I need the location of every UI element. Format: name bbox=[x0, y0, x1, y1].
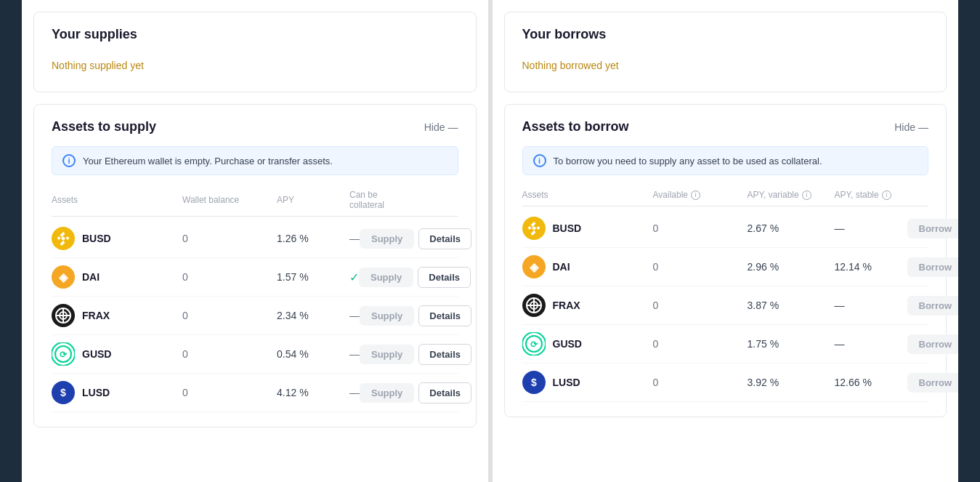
collateral-dash: — bbox=[349, 387, 360, 398]
supply-info-banner: i Your Ethereum wallet is empty. Purchas… bbox=[52, 146, 458, 175]
right-dark-strip bbox=[958, 0, 980, 482]
asset-name: LUSD bbox=[82, 387, 110, 398]
apy-variable-value: 3.87 % bbox=[748, 300, 835, 311]
svg-text:⟳: ⟳ bbox=[60, 350, 68, 360]
asset-name: FRAX bbox=[82, 310, 110, 321]
supply-actions: Supply Details bbox=[360, 305, 476, 326]
supply-actions: Supply Details bbox=[359, 267, 475, 288]
col-apy-stable: APY, stable i bbox=[835, 190, 907, 200]
borrow-row: FRAX 0 3.87 % — Borrow Details bbox=[522, 286, 929, 325]
supply-actions: Supply Details bbox=[360, 382, 476, 403]
your-supplies-title: Your supplies bbox=[52, 27, 458, 42]
supply-row: FRAX 0 2.34 % — Supply Details bbox=[52, 297, 458, 335]
collateral-indicator: — bbox=[349, 386, 360, 399]
borrow-actions: Borrow Details bbox=[907, 218, 959, 239]
col-b-assets: Assets bbox=[522, 190, 653, 200]
assets-to-borrow-section: Assets to borrow Hide — i To borrow you … bbox=[504, 104, 947, 417]
frax-icon bbox=[522, 294, 546, 317]
borrow-button[interactable]: Borrow bbox=[907, 219, 959, 238]
borrow-info-icon: i bbox=[533, 154, 546, 167]
apy-value: 1.26 % bbox=[277, 233, 349, 244]
svg-text:⟳: ⟳ bbox=[530, 340, 538, 350]
supply-button[interactable]: Supply bbox=[360, 229, 414, 249]
asset-info: FRAX bbox=[52, 304, 182, 327]
borrow-info-banner: i To borrow you need to supply any asset… bbox=[522, 146, 929, 175]
left-dark-strip bbox=[0, 0, 22, 482]
svg-text:◈: ◈ bbox=[529, 261, 540, 273]
apy-stable-value: — bbox=[835, 300, 907, 311]
col-available: Available i bbox=[653, 190, 748, 200]
available-value: 0 bbox=[653, 377, 748, 388]
wallet-balance: 0 bbox=[182, 310, 277, 321]
details-button[interactable]: Details bbox=[418, 228, 471, 249]
hide-supply-button[interactable]: Hide — bbox=[424, 121, 458, 133]
svg-text:$: $ bbox=[60, 387, 66, 398]
details-button[interactable]: Details bbox=[418, 382, 471, 403]
available-value: 0 bbox=[653, 222, 748, 234]
dai-icon: ◈ bbox=[52, 265, 75, 289]
details-button[interactable]: Details bbox=[418, 305, 471, 326]
borrow-row: BUSD 0 2.67 % — Borrow Details bbox=[522, 209, 929, 248]
apy-value: 2.34 % bbox=[277, 310, 349, 321]
asset-name: LUSD bbox=[553, 377, 580, 388]
asset-info: BUSD bbox=[52, 227, 182, 250]
apy-value: 4.12 % bbox=[277, 387, 349, 398]
asset-info: BUSD bbox=[522, 217, 653, 240]
borrow-button[interactable]: Borrow bbox=[907, 373, 959, 393]
apy-variable-value: 1.75 % bbox=[748, 338, 835, 350]
assets-supply-title: Assets to supply bbox=[52, 119, 156, 134]
supply-button[interactable]: Supply bbox=[360, 345, 414, 364]
supply-row: BUSD 0 1.26 % — Supply Details bbox=[52, 220, 458, 258]
your-borrows-title: Your borrows bbox=[522, 27, 929, 42]
collateral-dash: — bbox=[349, 233, 360, 244]
asset-name: DAI bbox=[553, 261, 570, 273]
asset-name: BUSD bbox=[553, 222, 582, 234]
dai-icon: ◈ bbox=[522, 255, 546, 278]
details-button[interactable]: Details bbox=[418, 267, 471, 288]
asset-info: ⟳ GUSD bbox=[522, 332, 653, 356]
left-panel: Your supplies Nothing supplied yet Asset… bbox=[22, 0, 493, 482]
supply-button[interactable]: Supply bbox=[360, 383, 414, 403]
details-button[interactable]: Details bbox=[418, 344, 471, 365]
svg-text:$: $ bbox=[531, 377, 537, 388]
wallet-balance: 0 bbox=[182, 233, 277, 244]
your-supplies-section: Your supplies Nothing supplied yet bbox=[33, 12, 477, 92]
supply-button[interactable]: Supply bbox=[360, 306, 414, 326]
busd-icon bbox=[52, 227, 75, 250]
collateral-indicator: — bbox=[349, 232, 360, 245]
your-borrows-section: Your borrows Nothing borrowed yet bbox=[504, 12, 947, 92]
supply-actions: Supply Details bbox=[360, 228, 476, 249]
frax-icon bbox=[52, 304, 75, 327]
apy-stable-value: 12.14 % bbox=[835, 261, 907, 273]
asset-info: ◈ DAI bbox=[522, 255, 653, 278]
col-wallet-balance: Wallet balance bbox=[182, 190, 277, 210]
borrow-button[interactable]: Borrow bbox=[907, 334, 959, 354]
borrow-button[interactable]: Borrow bbox=[907, 257, 959, 277]
hide-borrow-button[interactable]: Hide — bbox=[894, 121, 928, 133]
collateral-indicator: ✓ bbox=[349, 270, 359, 284]
asset-info: ◈ DAI bbox=[52, 265, 182, 289]
available-value: 0 bbox=[653, 261, 748, 273]
lusd-icon: $ bbox=[52, 381, 75, 404]
supply-button[interactable]: Supply bbox=[359, 268, 413, 287]
assets-supply-header: Assets to supply Hide — bbox=[52, 119, 458, 134]
borrow-table-header: Assets Available i APY, variable i APY, … bbox=[522, 190, 929, 206]
apy-value: 1.57 % bbox=[277, 271, 349, 283]
collateral-indicator: — bbox=[349, 309, 360, 322]
collateral-indicator: — bbox=[349, 348, 360, 361]
gusd-icon: ⟳ bbox=[522, 332, 546, 356]
lusd-icon: $ bbox=[522, 371, 546, 394]
col-assets: Assets bbox=[52, 190, 182, 210]
apy-stable-value: — bbox=[835, 222, 907, 234]
wallet-balance: 0 bbox=[182, 271, 277, 283]
wallet-balance: 0 bbox=[182, 348, 277, 360]
apy-variable-value: 3.92 % bbox=[748, 377, 835, 388]
borrow-button[interactable]: Borrow bbox=[907, 296, 959, 316]
right-panel: Your borrows Nothing borrowed yet Assets… bbox=[493, 0, 959, 482]
borrow-row: ⟳ GUSD 0 1.75 % — Borrow Details bbox=[522, 325, 929, 363]
stable-info: i bbox=[882, 190, 891, 200]
asset-info: $ LUSD bbox=[522, 371, 653, 394]
borrow-actions: Borrow Details bbox=[907, 334, 959, 355]
supply-actions: Supply Details bbox=[360, 344, 476, 365]
asset-name: BUSD bbox=[82, 233, 111, 244]
